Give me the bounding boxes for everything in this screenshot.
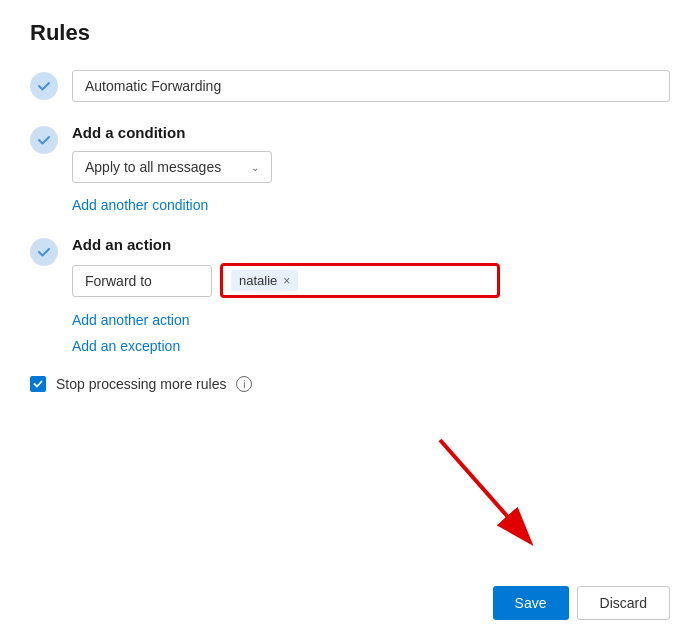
discard-button[interactable]: Discard xyxy=(577,586,670,620)
email-tag-container: natalie × xyxy=(220,263,500,298)
rule-name-section xyxy=(30,70,670,102)
action-content: Add an action Forward to natalie × Add a… xyxy=(72,236,670,354)
condition-label: Add a condition xyxy=(72,124,670,141)
condition-dropdown[interactable]: Apply to all messages ⌄ xyxy=(72,151,272,183)
save-button[interactable]: Save xyxy=(493,586,569,620)
add-action-link[interactable]: Add another action xyxy=(72,312,670,328)
red-arrow-annotation xyxy=(420,430,540,550)
email-tag: natalie × xyxy=(231,270,298,291)
info-icon[interactable]: i xyxy=(236,376,252,392)
action-label: Add an action xyxy=(72,236,670,253)
action-check-icon xyxy=(30,238,58,266)
condition-dropdown-value: Apply to all messages xyxy=(85,159,221,175)
page-container: Rules Add a condition Apply to all messa… xyxy=(0,0,700,640)
action-row: Forward to natalie × xyxy=(72,263,670,298)
chevron-down-icon: ⌄ xyxy=(251,162,259,173)
stop-rules-label: Stop processing more rules xyxy=(56,376,226,392)
action-links: Add another action Add an exception xyxy=(72,308,670,354)
bottom-buttons: Save Discard xyxy=(493,586,670,620)
forward-to-box: Forward to xyxy=(72,265,212,297)
condition-content: Add a condition Apply to all messages ⌄ … xyxy=(72,124,670,214)
page-title: Rules xyxy=(30,20,670,46)
info-symbol: i xyxy=(243,379,245,390)
email-tag-text: natalie xyxy=(239,273,277,288)
forward-to-label: Forward to xyxy=(85,273,152,289)
condition-section: Add a condition Apply to all messages ⌄ … xyxy=(30,124,670,214)
rule-name-content xyxy=(72,70,670,102)
rule-name-check-icon xyxy=(30,72,58,100)
stop-rules-checkbox[interactable] xyxy=(30,376,46,392)
add-condition-link[interactable]: Add another condition xyxy=(72,197,208,213)
rule-name-input[interactable] xyxy=(72,70,670,102)
email-tag-close-icon[interactable]: × xyxy=(283,275,290,287)
action-section: Add an action Forward to natalie × Add a… xyxy=(30,236,670,354)
svg-line-1 xyxy=(440,440,515,525)
stop-rules-row: Stop processing more rules i xyxy=(30,376,670,392)
add-exception-link[interactable]: Add an exception xyxy=(72,338,670,354)
condition-check-icon xyxy=(30,126,58,154)
